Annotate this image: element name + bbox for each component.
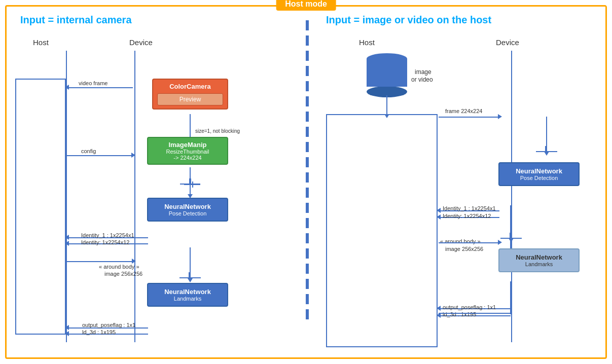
pose-r-fork-arrow bbox=[544, 152, 549, 156]
image-manip-sub2: -> 224x224 bbox=[150, 155, 225, 161]
ld3d-label-right: ld_3d : 1x195 bbox=[443, 311, 476, 317]
land-to-output-vline-r bbox=[510, 281, 511, 314]
land-r-fork-arrow bbox=[509, 238, 514, 242]
video-frame-hline bbox=[67, 87, 133, 88]
fork-box bbox=[189, 178, 191, 185]
identity1-label-left: Identity_1 : 1x2254x1 bbox=[81, 232, 134, 238]
nn-pose-left: NeuralNetwork Pose Detection bbox=[147, 198, 228, 222]
right-device-vline bbox=[511, 51, 512, 342]
identity1-label-right: Identity_1 : 1x2254x1 bbox=[443, 205, 496, 211]
output-hline-r bbox=[439, 313, 511, 314]
poseflag-label-left: output_poseflag : 1x1 bbox=[82, 322, 135, 328]
ld3d-arrow-left bbox=[65, 331, 69, 336]
fork-h2 bbox=[190, 184, 200, 185]
image-manip-sub1: ResizeThumbnail bbox=[150, 149, 225, 155]
nn-landmarks-right-title: NeuralNetwork bbox=[501, 253, 577, 261]
config-arrow bbox=[131, 153, 135, 158]
left-title: Input = internal camera bbox=[20, 14, 132, 26]
left-device-label: Device bbox=[129, 38, 153, 47]
land-fork-arrow bbox=[188, 278, 193, 282]
right-host-label: Host bbox=[359, 38, 375, 47]
ld3d-label-left: ld_3d : 1x195 bbox=[82, 329, 116, 335]
center-divider bbox=[306, 20, 309, 319]
identity-arrow2-left bbox=[65, 241, 69, 246]
fork-h1 bbox=[180, 184, 190, 185]
nn-landmarks-left-title: NeuralNetwork bbox=[150, 288, 225, 296]
nn-landmarks-left-sub: Landmarks bbox=[150, 296, 225, 302]
cam-to-manip-vline bbox=[190, 114, 191, 138]
around-body-hline bbox=[67, 261, 133, 262]
nn-landmarks-left: NeuralNetwork Landmarks bbox=[147, 283, 228, 307]
poseflag-arrow-left bbox=[65, 325, 69, 330]
cylinder-to-box-vline bbox=[386, 95, 387, 116]
identity-arrow2-right bbox=[437, 214, 441, 220]
left-host-box bbox=[15, 79, 66, 335]
nn-landmarks-right-sub: Landmarks bbox=[501, 261, 577, 267]
config-label: config bbox=[81, 148, 96, 154]
around-body-hline-r bbox=[439, 242, 499, 243]
frame-224-label: frame 224x224 bbox=[445, 108, 482, 114]
left-section: Input = internal camera Host Device Colo… bbox=[5, 5, 304, 364]
color-camera-block: ColorCamera Preview bbox=[152, 79, 228, 110]
cylinder bbox=[367, 53, 407, 97]
frame-to-pose-vline bbox=[546, 117, 547, 152]
identity-label-left: Identity: 1x2254x12 bbox=[81, 239, 129, 245]
cylinder-label1: image bbox=[415, 68, 431, 76]
image-256-label-right: image 256x256 bbox=[445, 246, 483, 252]
around-body-label-left: « around body » bbox=[99, 264, 139, 270]
nn-pose-right-sub: Pose Detection bbox=[501, 175, 577, 181]
image-manip-block: ImageManip ResizeThumbnail -> 224x224 bbox=[147, 137, 228, 165]
right-section: Input = image or video on the host Host … bbox=[311, 5, 610, 359]
left-device-vline bbox=[134, 51, 135, 342]
around-body-arrow-r bbox=[498, 240, 502, 245]
video-frame-arrow bbox=[65, 85, 69, 90]
frame-hline-right bbox=[439, 117, 499, 118]
size1-label: size=1, not blocking bbox=[195, 128, 240, 134]
video-frame-label: video frame bbox=[79, 80, 107, 86]
nn-pose-left-sub: Pose Detection bbox=[150, 210, 225, 216]
nn-landmarks-right: NeuralNetwork Landmarks bbox=[498, 248, 580, 272]
identity-arrow1-right bbox=[437, 208, 441, 213]
frame-arrow-right bbox=[498, 114, 502, 119]
poseflag-label-right: output_poseflag : 1x1 bbox=[443, 304, 496, 310]
color-camera-title: ColorCamera bbox=[153, 80, 227, 91]
pose-to-land-vline-r bbox=[510, 205, 512, 251]
identity-label-right: Identity: 1x2254x12 bbox=[443, 213, 491, 219]
image-manip-title: ImageManip bbox=[150, 141, 225, 149]
identity-arrow1-left bbox=[65, 235, 69, 240]
right-host-box bbox=[326, 114, 438, 347]
color-camera-preview: Preview bbox=[157, 93, 223, 105]
around-body-label-right: « around body » bbox=[440, 238, 481, 244]
right-title: Input = image or video on the host bbox=[326, 14, 491, 26]
config-hline bbox=[67, 155, 133, 156]
around-body-arrow bbox=[132, 259, 136, 264]
right-device-label: Device bbox=[496, 38, 519, 47]
pose-to-land-vline bbox=[190, 247, 191, 279]
nn-pose-left-title: NeuralNetwork bbox=[150, 203, 225, 210]
left-host-vline bbox=[66, 51, 67, 342]
cylinder-top bbox=[367, 53, 407, 64]
image-256-label-left: image 256x256 bbox=[104, 271, 142, 277]
cylinder-label2: or video bbox=[411, 76, 433, 83]
nn-pose-right: NeuralNetwork Pose Detection bbox=[498, 162, 580, 186]
nn-pose-right-title: NeuralNetwork bbox=[501, 167, 577, 175]
poseflag-arrow-right bbox=[437, 306, 441, 311]
left-host-label: Host bbox=[33, 38, 49, 47]
